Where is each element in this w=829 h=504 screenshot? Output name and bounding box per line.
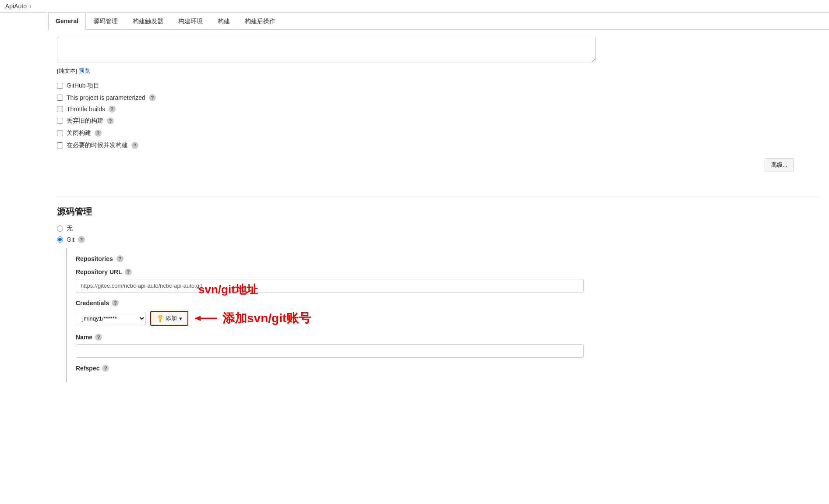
discard-help-icon[interactable]: ? [107,117,114,124]
credentials-select[interactable]: jminqy1/****** [76,312,146,325]
credentials-help-icon[interactable]: ? [112,300,119,307]
breadcrumb: ApiAuto › [0,0,829,13]
checkbox-discard-label: 丢弃旧的构建 [67,117,103,125]
checkbox-github: GitHub 项目 [57,82,820,90]
tab-bar: General 源码管理 构建触发器 构建环境 构建 构建后操作 [48,13,829,30]
repositories-title: Repositories ? [76,255,820,262]
tab-post[interactable]: 构建后操作 [237,13,283,30]
throttle-help-icon[interactable]: ? [109,106,116,113]
disable-help-icon[interactable]: ? [95,130,102,137]
advanced-button[interactable]: 高级... [765,158,794,172]
checkbox-parameterized-label: This project is parameterized [67,94,145,101]
section-divider [57,197,820,197]
checkbox-throttle-label: Throttle builds [67,106,105,113]
add-button-label: 添加 [166,314,177,322]
repo-url-label: Repository URL ? [76,268,820,275]
repo-url-help-icon[interactable]: ? [125,268,132,275]
refspec-label-text: Refspec [76,365,99,372]
checkbox-concurrent-label: 在必要的时候并发构建 [67,141,128,149]
tab-trigger[interactable]: 构建触发器 [125,13,171,30]
preview-row: [纯文本] 预览 [57,67,820,75]
annotation-row: 添加svn/git账号 [193,310,311,327]
checkbox-discard-input[interactable] [57,118,63,124]
credentials-label: Credentials ? [76,300,820,307]
source-control-title: 源码管理 [57,206,820,218]
tab-general[interactable]: General [48,13,86,30]
advanced-btn-row: 高级... [57,158,794,172]
add-credentials-button[interactable]: 🔑 添加 ▾ [150,311,188,326]
radio-git-label: Git [67,236,74,243]
main-content: General 源码管理 构建触发器 构建环境 构建 构建后操作 [纯文本] 预… [0,13,829,389]
checkbox-throttle-input[interactable] [57,106,63,112]
name-help-icon[interactable]: ? [95,334,102,341]
radio-none-label: 无 [67,225,73,233]
parameterized-help-icon[interactable]: ? [149,94,156,101]
annotation-label: 添加svn/git账号 [222,310,311,327]
checkbox-concurrent-input[interactable] [57,142,63,148]
checkbox-parameterized-input[interactable] [57,95,63,101]
radio-git-input[interactable] [57,236,63,243]
checkbox-throttle: Throttle builds ? [57,106,820,113]
refspec-label: Refspec ? [76,365,820,372]
preview-prefix: [纯文本] [57,67,77,74]
radio-none: 无 [57,225,820,233]
key-icon: 🔑 [155,314,165,323]
credentials-row: jminqy1/****** 🔑 添加 ▾ 添加svn/git账号 [76,310,820,327]
repositories-label: Repositories [76,255,113,262]
add-dropdown-arrow: ▾ [179,315,182,322]
tab-source[interactable]: 源码管理 [86,13,125,30]
breadcrumb-chevron: › [29,3,32,10]
checkbox-parameterized: This project is parameterized ? [57,94,820,101]
refspec-help-icon[interactable]: ? [102,365,109,372]
checkbox-github-label: GitHub 项目 [67,82,99,90]
tab-env[interactable]: 构建环境 [171,13,210,30]
general-section: [纯文本] 预览 GitHub 项目 This project is param… [48,30,829,192]
name-input[interactable] [76,344,584,358]
svg-marker-1 [195,316,201,321]
concurrent-help-icon[interactable]: ? [131,142,138,149]
project-name[interactable]: ApiAuto [5,3,27,10]
name-label: Name ? [76,334,820,341]
description-textarea[interactable] [57,37,596,63]
checkbox-disable-input[interactable] [57,130,63,136]
scm-radio-group: 无 Git ? [57,225,820,243]
checkbox-disable: 关闭构建 ? [57,129,820,137]
checkbox-github-input[interactable] [57,83,63,89]
git-help-icon[interactable]: ? [78,236,85,243]
name-label-text: Name [76,334,92,341]
repo-url-input[interactable] [76,279,584,293]
checkbox-concurrent: 在必要的时候并发构建 ? [57,141,820,149]
credentials-label-text: Credentials [76,300,109,307]
url-annotation-wrapper: svn/git地址 [76,279,820,300]
checkbox-disable-label: 关闭构建 [67,129,91,137]
tab-build[interactable]: 构建 [210,13,237,30]
repositories-help-icon[interactable]: ? [116,255,123,262]
repositories-box: Repositories ? Repository URL ? svn/git地… [66,248,820,382]
radio-git: Git ? [57,236,820,243]
preview-link[interactable]: 预览 [79,67,90,74]
repo-url-label-text: Repository URL [76,268,122,275]
radio-none-input[interactable] [57,226,63,232]
annotation-arrow-svg [193,313,219,324]
source-control-section: 源码管理 无 Git ? Repositories ? Repository U… [48,197,829,389]
checkbox-group: GitHub 项目 This project is parameterized … [57,82,820,149]
checkbox-discard: 丢弃旧的构建 ? [57,117,820,125]
